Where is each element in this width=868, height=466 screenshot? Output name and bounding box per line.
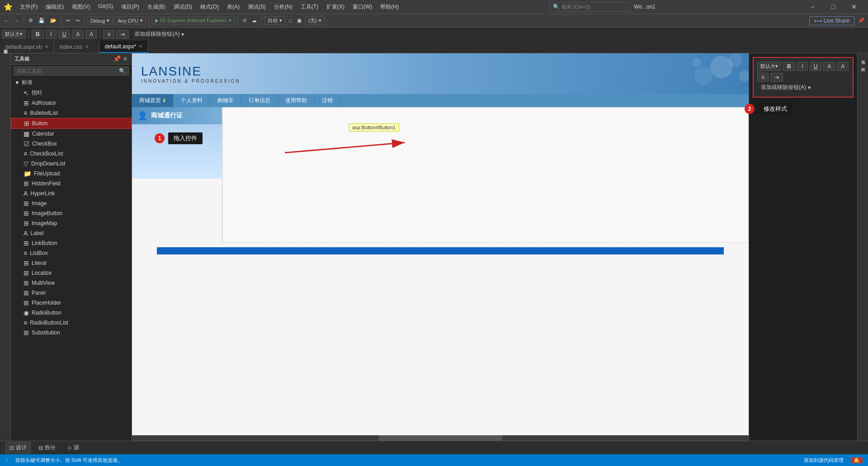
tree-item-button[interactable]: ⊞Button: [11, 118, 132, 129]
tree-item-substitution[interactable]: ⊞Substitution: [11, 328, 132, 338]
align-button[interactable]: ≡: [103, 30, 114, 39]
nav-item-cart[interactable]: 购物车: [210, 94, 241, 107]
search-box[interactable]: 🔍 搜索 (Ctrl+Q): [549, 2, 630, 12]
pin-button[interactable]: 📌: [856, 17, 866, 24]
menu-window[interactable]: 窗口(W): [349, 2, 376, 12]
tree-item-adrotator[interactable]: ⊞AdRotator: [11, 98, 132, 108]
tree-item-calendar[interactable]: ▦Calendar: [11, 129, 132, 139]
tree-item-bulletedlist[interactable]: ≡BulletedList: [11, 108, 132, 118]
panel-strikethrough-button[interactable]: A: [823, 62, 835, 71]
tree-item-placeholder[interactable]: ⊞PlaceHolder: [11, 298, 132, 308]
tree-group-header-standard[interactable]: ▼ 标准: [11, 77, 132, 88]
tree-item-hiddenfield[interactable]: ⊞HiddenField: [11, 179, 132, 188]
strikethrough-button[interactable]: A: [72, 30, 84, 39]
run-dropdown[interactable]: ▶ IIS Express (Internet Explorer) ▾: [152, 17, 235, 24]
tree-item-image[interactable]: ⊞Image: [11, 198, 132, 208]
tree-item-multiview[interactable]: ⊞MultiView: [11, 278, 132, 288]
tree-item-literal[interactable]: ⊞Literal: [11, 258, 132, 268]
nav-item-logout[interactable]: 注销: [315, 94, 340, 107]
bold-button[interactable]: B: [32, 30, 44, 39]
tree-item-imagebutton[interactable]: ⊞ImageButton: [11, 208, 132, 218]
menu-test[interactable]: 测试(S): [244, 2, 269, 12]
menu-file[interactable]: 文件(F): [16, 2, 41, 12]
tree-item-radiobuttonlist[interactable]: ≡RadioButtonList: [11, 318, 132, 328]
tree-item-dropdownlist[interactable]: ▽DropDownList: [11, 159, 132, 169]
menu-extensions[interactable]: 扩展(X): [323, 2, 348, 12]
panel-italic-button[interactable]: I: [797, 62, 808, 71]
close-button[interactable]: ✕: [844, 0, 864, 14]
nav-item-home[interactable]: 商城首页 ⬇: [132, 94, 174, 107]
panel-highlight-button[interactable]: A: [837, 62, 849, 71]
tab-close-icon[interactable]: ✕: [85, 44, 89, 49]
panel-add-remove-button[interactable]: 添加或移除按钮(A) ▾: [757, 82, 849, 93]
menu-help[interactable]: 帮助(H): [377, 2, 402, 12]
cpu-dropdown[interactable]: Any CPU ▾: [114, 17, 146, 24]
tree-item-label[interactable]: ALabel: [11, 228, 132, 238]
menu-edit[interactable]: 编辑(E): [42, 2, 67, 12]
menu-analyze[interactable]: 分析(N): [270, 2, 296, 12]
left-tab-server[interactable]: 服务器资源管理器: [0, 53, 11, 61]
tree-item-localize[interactable]: ⊞Localize: [11, 268, 132, 278]
tree-item-hyperlink[interactable]: AHyperLink: [11, 188, 132, 198]
menu-project[interactable]: 项目(P): [118, 2, 143, 12]
auto-dropdown[interactable]: 自动 ▾: [264, 16, 285, 25]
source-view-button[interactable]: ⊹ 源: [63, 442, 83, 453]
tab-index-css[interactable]: index.css ✕: [54, 41, 99, 53]
menu-build[interactable]: 生成(B): [144, 2, 169, 12]
highlight-button[interactable]: A: [85, 30, 97, 39]
italic-button[interactable]: I: [46, 30, 57, 39]
indent-button[interactable]: ⇥: [116, 30, 129, 39]
nav-item-profile[interactable]: 个人资料: [174, 94, 210, 107]
menu-table[interactable]: 表(A): [223, 2, 243, 12]
tree-item-panel[interactable]: ⊞Panel: [11, 288, 132, 298]
tree-item-imagemap[interactable]: ⊞ImageMap: [11, 218, 132, 228]
maximize-button[interactable]: □: [823, 0, 844, 14]
pin-sidebar-icon[interactable]: 📌: [113, 55, 121, 62]
refresh-button[interactable]: ↺: [241, 17, 248, 24]
close-sidebar-icon[interactable]: ✕: [123, 55, 128, 62]
square-btn1[interactable]: □: [287, 17, 294, 24]
tree-item-linkbutton[interactable]: ⊞LinkButton: [11, 238, 132, 248]
tab-close-icon[interactable]: ✕: [45, 44, 48, 49]
split-view-button[interactable]: ⊟ 拆分: [34, 442, 60, 453]
menu-debug[interactable]: 调试(D): [170, 2, 196, 12]
panel-indent-button[interactable]: ⇥: [770, 73, 783, 82]
font-size-panel-dropdown[interactable]: 默认大▾: [757, 61, 781, 71]
debug-mode-dropdown[interactable]: Debug ▾: [87, 17, 113, 24]
add-remove-button[interactable]: 添加或移除按钮(A) ▾: [131, 28, 188, 40]
tab-default-aspx-vb[interactable]: default.aspx.vb ✕: [0, 41, 54, 53]
forward-button[interactable]: →: [12, 17, 21, 24]
canvas-scroll-thumb[interactable]: [379, 435, 502, 441]
menu-git[interactable]: Git(G): [94, 2, 117, 12]
square-btn2[interactable]: ▣: [295, 17, 303, 24]
nav-item-help[interactable]: 使用帮助: [278, 94, 315, 107]
menu-tools[interactable]: 工具(T): [297, 2, 322, 12]
back-button[interactable]: ←: [2, 17, 10, 24]
tree-item-radiobutton[interactable]: ◉RadioButton: [11, 308, 132, 318]
tree-item-listbox[interactable]: ≡ListBox: [11, 248, 132, 258]
tree-item-pointer[interactable]: ↖指针: [11, 88, 132, 98]
redo-button[interactable]: ↪: [74, 17, 81, 24]
tree-item-checkbox[interactable]: ☑CheckBox: [11, 139, 132, 149]
tab-close-icon[interactable]: ✕: [139, 44, 142, 49]
panel-underline-button[interactable]: U: [810, 62, 822, 71]
design-view-button[interactable]: ⊡ 设计: [5, 442, 31, 453]
menu-format[interactable]: 格式(O): [197, 2, 222, 12]
save-button[interactable]: 💾: [37, 17, 47, 24]
config-button[interactable]: ⚙: [27, 17, 35, 24]
panel-align-button[interactable]: ≡: [757, 73, 769, 82]
tree-item-fileupload[interactable]: 📁FileUpload: [11, 169, 132, 179]
right-tab-properties[interactable]: 属性: [858, 53, 868, 61]
menu-view[interactable]: 视图(V): [68, 2, 94, 12]
panel-bold-button[interactable]: B: [783, 62, 795, 71]
font-size-dropdown[interactable]: 默认大▾: [2, 30, 26, 38]
cloud-button[interactable]: ☁: [250, 17, 259, 24]
live-share-button[interactable]: ⟷ Live Share: [809, 16, 854, 25]
tree-item-checkboxlist[interactable]: ≡CheckBoxList: [11, 149, 132, 159]
right-tab-solution[interactable]: 解决: [858, 61, 868, 68]
open-button[interactable]: 📂: [48, 17, 58, 24]
tab-default-aspx[interactable]: default.aspx* ✕: [99, 41, 148, 53]
nav-item-orders[interactable]: 订单信息: [241, 94, 278, 107]
minimize-button[interactable]: −: [802, 0, 823, 14]
underline-button[interactable]: U: [58, 30, 71, 39]
